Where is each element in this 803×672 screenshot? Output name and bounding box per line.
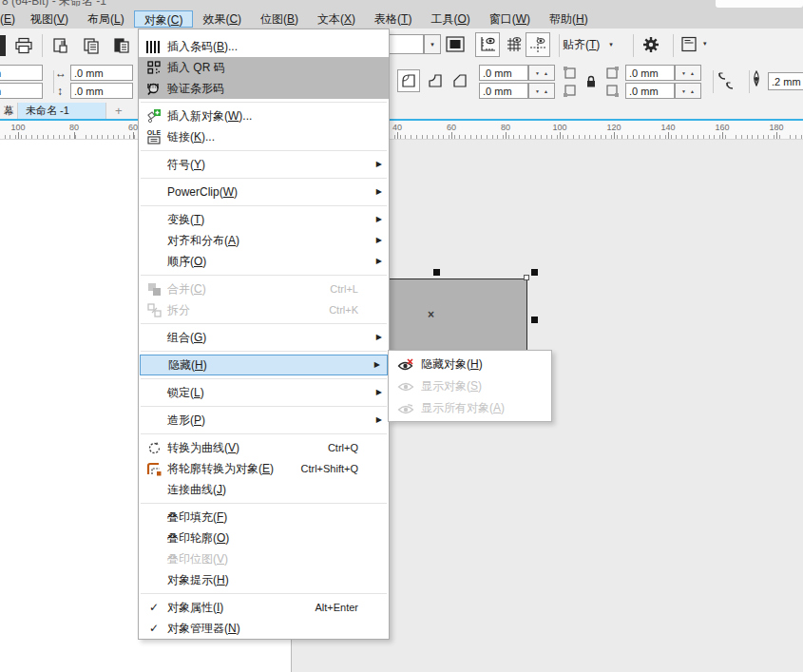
show-guidelines-button[interactable] [526,32,550,57]
menu-item-hide[interactable]: 隐藏(H) ▶ [140,355,388,375]
break-apart-icon [144,299,163,320]
spin-down-icon[interactable]: ▼ [535,70,540,76]
show-grid-button[interactable] [502,32,526,57]
spin-up-icon[interactable]: ▲ [690,88,695,94]
menu-item-lock[interactable]: 锁定(L) ▶ [139,382,389,403]
zoom-level-combo[interactable] [388,34,424,54]
selection-handle-right[interactable] [531,317,538,323]
menu-item-shaping[interactable]: 造形(P) ▶ [139,410,389,431]
selection-handle-top[interactable] [433,269,440,276]
titlebar-search-box[interactable] [716,0,803,8]
menu-item-insert-barcode[interactable]: 插入条码(B)... [139,36,389,57]
corner-radius-br-field[interactable]: .0 mm [625,83,675,99]
menubar-item-tools[interactable]: 工具(O) [421,10,479,29]
vertical-size-icon: ↕ [57,85,63,98]
menubar-item-layout[interactable]: 布局(L) [78,10,134,29]
submenu-arrow-icon: ▶ [376,251,382,272]
object-size-height-field[interactable]: m [0,83,43,99]
object-size-width-field[interactable]: m [0,65,43,81]
rectangle-corner-node[interactable] [524,275,529,280]
menu-item-insert-qr-code[interactable]: 插入 QR 码 [139,57,389,78]
corner-radius-bl-field[interactable]: .0 mm [479,83,528,99]
submenu-item-hide-objects[interactable]: 隐藏对象(H) [389,354,551,375]
hide-object-icon [396,354,415,375]
spin-up-icon[interactable]: ▲ [690,70,695,76]
combo-dropdown-button[interactable]: ▾ [424,34,441,54]
spin-up-icon[interactable]: ▲ [544,88,548,94]
corner-radius-tl-field[interactable]: .0 mm [479,65,528,81]
menu-item-powerclip[interactable]: PowerClip(W) ▶ [139,182,389,202]
menubar-item-view[interactable]: 视图(V) [21,10,78,29]
menu-item-object-hinting[interactable]: 对象提示(H) [139,569,389,590]
print-button[interactable] [11,33,36,58]
corner-select-tl-icon [563,66,578,81]
spin-down-icon[interactable]: ▼ [535,88,540,94]
corner-br-spinner[interactable]: ▼▲ [675,83,701,99]
menubar-item-bitmaps[interactable]: 位图(B) [251,10,308,29]
insert-new-object-icon [144,106,163,126]
menu-separator [141,150,387,151]
submenu-item-show-objects: 显示对象(S) [389,375,551,397]
ruler-label: 80 [501,123,510,132]
outline-width-field[interactable]: .2 mm [768,72,803,90]
menu-item-group[interactable]: 组合(G) ▶ [139,327,389,348]
menu-item-convert-to-curves[interactable]: 转换为曲线(V) Ctrl+Q [139,437,389,458]
menu-item-overprint-outline[interactable]: 叠印轮廓(O) [139,528,389,548]
menubar-item-object[interactable]: 对象(C) [134,10,194,28]
copy-button[interactable] [79,33,104,58]
fullscreen-preview-button[interactable] [443,32,468,57]
spin-down-icon[interactable]: ▼ [681,88,686,94]
paste-button[interactable] [109,33,134,58]
tab-welcome-screen[interactable]: 幕 [0,103,18,119]
menubar-item-help[interactable]: 帮助(H) [540,10,598,29]
menu-item-combine: 合并(C) Ctrl+L [139,278,389,299]
menubar-item-window[interactable]: 窗口(W) [480,10,540,29]
scale-width-field[interactable]: .0 mm [70,65,133,81]
corner-tl-spinner[interactable]: ▼▲ [528,65,555,81]
lock-corners-icon[interactable] [585,75,597,88]
show-rulers-button[interactable] [475,32,500,57]
chevron-down-icon[interactable]: ▾ [703,40,707,48]
tab-untitled-document[interactable]: 未命名 -1 [18,103,106,119]
ole-link-icon: OLE [144,126,163,147]
menu-item-object-properties[interactable]: ✓ 对象属性(I) Alt+Enter [139,597,389,618]
menubar-item-effects[interactable]: 效果(C) [193,10,251,29]
snap-to-dropdown[interactable]: 贴齐(T) ▾ [563,35,613,54]
ruler-label: 100 [552,123,566,132]
relative-corner-scaling-button[interactable] [715,69,737,92]
menubar-item-edit[interactable]: (E) [0,10,21,29]
menu-item-align-distribute[interactable]: 对齐和分布(A) ▶ [139,230,389,251]
paste-special-button[interactable] [48,33,73,58]
corner-bl-spinner[interactable]: ▼▲ [528,83,555,99]
corner-radius-tr-field[interactable]: .0 mm [625,65,675,81]
menu-item-insert-new-object[interactable]: 插入新对象(W)... [139,106,389,126]
submenu-item-show-all-objects: 显示所有对象(A) [389,397,551,419]
scale-height-field[interactable]: .0 mm [70,83,133,99]
menu-item-convert-outline-to-object[interactable]: 将轮廓转换为对象(E) Ctrl+Shift+Q [139,458,389,479]
menu-item-links[interactable]: OLE 链接(K)... [139,126,389,147]
menubar-item-table[interactable]: 表格(T) [365,10,421,29]
menu-item-join-curves[interactable]: 连接曲线(J) [139,479,389,500]
scalloped-corner-button[interactable] [424,69,447,92]
document-options-button[interactable] [677,32,701,57]
menu-item-order[interactable]: 顺序(O) ▶ [139,251,389,272]
spin-up-icon[interactable]: ▲ [544,70,548,76]
menu-item-transform[interactable]: 变换(T) ▶ [139,209,389,230]
menu-item-object-manager[interactable]: ✓ 对象管理器(N) [139,618,389,639]
new-document-tab-button[interactable]: + [106,103,131,119]
spin-down-icon[interactable]: ▼ [681,70,686,76]
submenu-arrow-icon: ▶ [376,410,382,431]
menu-item-validate-barcode[interactable]: 验证条形码 [139,78,389,99]
scalloped-corner-icon [427,72,444,89]
chamfered-corner-button[interactable] [449,69,471,92]
menu-item-symbol[interactable]: 符号(Y) ▶ [139,154,389,175]
round-corner-button[interactable] [397,69,420,92]
selection-handle-top-right[interactable] [531,269,538,276]
submenu-arrow-icon: ▶ [376,154,382,175]
menu-item-overprint-fill[interactable]: 叠印填充(F) [139,507,389,528]
barcode-icon [144,36,163,57]
menubar-item-text[interactable]: 文本(X) [308,10,365,29]
outline-pen-icon [751,70,762,91]
corner-tr-spinner[interactable]: ▼▲ [675,65,701,81]
options-button[interactable] [639,32,663,57]
